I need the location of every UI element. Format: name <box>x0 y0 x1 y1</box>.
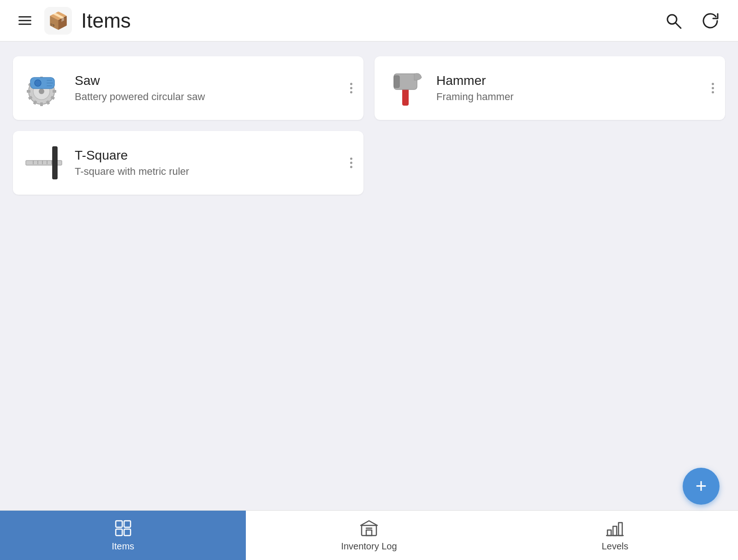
search-button[interactable] <box>661 8 686 34</box>
hamburger-menu-button[interactable] <box>15 12 35 29</box>
item-menu-button-saw[interactable] <box>346 79 356 97</box>
svg-rect-11 <box>40 102 43 106</box>
plus-icon: + <box>696 477 707 496</box>
svg-rect-8 <box>53 90 56 93</box>
header-actions <box>661 8 723 34</box>
svg-rect-24 <box>394 76 399 88</box>
item-desc-hammer: Framing hammer <box>436 91 714 103</box>
saw-icon <box>24 67 65 109</box>
hamburger-icon <box>18 16 31 25</box>
nav-item-inventory-log[interactable]: Inventory Log <box>246 511 492 560</box>
hammer-icon <box>386 67 427 109</box>
item-name-tsquare: T-Square <box>75 148 352 163</box>
item-desc-tsquare: T-square with metric ruler <box>75 166 352 178</box>
svg-rect-42 <box>619 523 622 536</box>
svg-rect-36 <box>124 529 131 536</box>
header-left: 📦 Items <box>15 7 661 35</box>
svg-point-4 <box>39 89 44 94</box>
svg-rect-40 <box>607 530 611 536</box>
refresh-button[interactable] <box>697 8 723 34</box>
refresh-icon <box>701 12 720 30</box>
item-name-saw: Saw <box>75 73 352 88</box>
add-item-fab[interactable]: + <box>683 468 720 505</box>
svg-rect-34 <box>124 521 131 527</box>
item-image-saw <box>24 67 65 109</box>
item-menu-button-tsquare[interactable] <box>346 154 356 172</box>
item-desc-saw: Battery powered circular saw <box>75 91 352 103</box>
item-card-hammer[interactable]: Hammer Framing hammer <box>375 56 725 120</box>
item-card-tsquare[interactable]: T-Square T-square with metric ruler <box>13 131 363 195</box>
more-options-icon-saw <box>350 83 352 94</box>
svg-rect-33 <box>116 521 122 527</box>
svg-rect-38 <box>366 530 372 536</box>
tsquare-icon <box>24 142 65 184</box>
svg-rect-22 <box>402 88 409 106</box>
more-options-icon-tsquare <box>350 158 352 168</box>
item-menu-button-hammer[interactable] <box>708 79 718 97</box>
item-info-tsquare: T-Square T-square with metric ruler <box>75 148 352 178</box>
svg-rect-14 <box>27 90 30 93</box>
items-grid: Saw Battery powered circular saw <box>13 56 725 195</box>
item-image-hammer <box>386 67 427 109</box>
app-icon: 📦 <box>44 7 72 35</box>
page-title: Items <box>81 9 131 32</box>
inventory-log-nav-icon <box>360 519 378 537</box>
item-image-tsquare <box>24 142 65 184</box>
svg-rect-35 <box>116 529 122 536</box>
main-content: Saw Battery powered circular saw <box>0 42 738 510</box>
search-icon <box>664 12 683 30</box>
items-nav-label: Items <box>112 541 134 552</box>
nav-item-items[interactable]: Items <box>0 511 246 560</box>
levels-nav-icon <box>606 519 624 537</box>
svg-line-1 <box>676 23 681 28</box>
levels-nav-label: Levels <box>601 541 628 552</box>
item-info-hammer: Hammer Framing hammer <box>436 73 714 103</box>
nav-item-levels[interactable]: Levels <box>492 511 738 560</box>
item-name-hammer: Hammer <box>436 73 714 88</box>
more-options-icon-hammer <box>712 83 714 94</box>
svg-rect-32 <box>53 147 57 179</box>
items-nav-icon <box>114 519 132 537</box>
item-card-saw[interactable]: Saw Battery powered circular saw <box>13 56 363 120</box>
item-info-saw: Saw Battery powered circular saw <box>75 73 352 103</box>
svg-point-18 <box>35 80 41 86</box>
app-header: 📦 Items <box>0 0 738 42</box>
inventory-log-nav-label: Inventory Log <box>341 541 397 552</box>
bottom-navigation: Items Inventory Log Levels <box>0 510 738 560</box>
svg-rect-41 <box>613 526 617 536</box>
